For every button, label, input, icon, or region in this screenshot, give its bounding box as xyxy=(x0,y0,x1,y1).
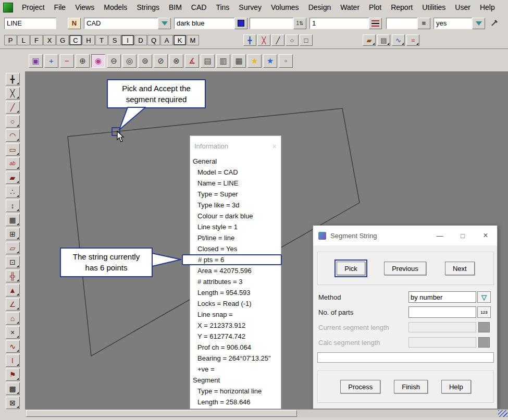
add-view-icon[interactable]: + xyxy=(44,54,58,68)
letter-button-a[interactable]: A xyxy=(160,35,173,45)
small-x-icon[interactable]: × xyxy=(6,326,20,339)
shaded-grid-icon[interactable]: ▩ xyxy=(6,382,20,395)
message-field[interactable] xyxy=(317,352,494,363)
letter-button-i[interactable]: I xyxy=(121,35,134,45)
squiggle-tool-icon[interactable]: ∿ xyxy=(392,34,405,46)
method-combo[interactable] xyxy=(408,291,476,303)
letter-button-h[interactable]: H xyxy=(82,35,95,45)
method-dropdown-button[interactable]: ▽ xyxy=(477,291,491,303)
colour-input[interactable] xyxy=(174,18,234,29)
house-icon[interactable]: ⌂ xyxy=(6,312,20,325)
menu-plot[interactable]: Plot xyxy=(364,3,386,11)
ibeam-icon[interactable]: I xyxy=(6,354,20,367)
letter-button-k[interactable]: K xyxy=(174,35,186,45)
line-snap-icon[interactable]: ╳ xyxy=(257,34,270,46)
add-box-icon[interactable]: ⊡ xyxy=(6,256,20,268)
move-4way-icon[interactable]: ╬ xyxy=(6,270,20,282)
letter-button-q[interactable]: Q xyxy=(147,35,160,45)
previous-button[interactable]: Previous xyxy=(384,262,426,275)
letter-button-l[interactable]: L xyxy=(17,35,30,45)
zoom-cancel-icon[interactable]: ⊗ xyxy=(169,54,183,68)
menu-tins[interactable]: Tins xyxy=(211,3,234,11)
grid-snap-icon[interactable]: □ xyxy=(300,34,313,46)
resize-grip-icon[interactable] xyxy=(498,410,507,417)
number-pad-button[interactable]: 123 xyxy=(477,306,491,318)
close-icon[interactable]: × xyxy=(272,142,277,151)
draw-line-icon[interactable]: ╱ xyxy=(6,101,20,114)
maximize-icon[interactable]: □ xyxy=(451,226,474,245)
grid-calc-icon[interactable]: ▦ xyxy=(232,54,246,68)
linestyle-input[interactable] xyxy=(309,18,369,29)
letter-button-t[interactable]: T xyxy=(95,35,108,45)
snap-star-icon[interactable]: ★ xyxy=(263,54,277,68)
letter-button-m[interactable]: M xyxy=(187,35,199,45)
letter-button-s[interactable]: S xyxy=(108,35,121,45)
brush-icon[interactable]: ▰ xyxy=(6,171,20,184)
minimize-icon[interactable]: — xyxy=(428,226,451,245)
menu-design[interactable]: Design xyxy=(304,3,336,11)
letter-button-g[interactable]: G xyxy=(56,35,69,45)
parts-input[interactable] xyxy=(408,306,476,318)
copy-view-icon[interactable]: ▥ xyxy=(216,54,230,68)
close-icon[interactable]: × xyxy=(474,226,497,245)
arc-snap-icon[interactable]: ○ xyxy=(286,34,299,46)
points-icon[interactable]: ∴ xyxy=(6,186,20,198)
menu-cad[interactable]: CAD xyxy=(187,3,212,11)
menu-water[interactable]: Water xyxy=(336,3,364,11)
menu-strings[interactable]: Strings xyxy=(132,3,164,11)
menu-bim[interactable]: BIM xyxy=(164,3,187,11)
finish-button[interactable]: Finish xyxy=(394,380,428,393)
segment-snap-icon[interactable]: ╱ xyxy=(271,34,284,46)
model-dropdown-button[interactable] xyxy=(158,18,171,29)
menu-survey[interactable]: Survey xyxy=(234,3,266,11)
eyedropper-icon[interactable] xyxy=(490,18,500,29)
pencil-tool-icon[interactable]: ▰ xyxy=(363,34,376,46)
field-b-input[interactable] xyxy=(386,18,417,29)
pan-move-icon[interactable]: ╋ xyxy=(6,73,20,85)
next-button[interactable]: Next xyxy=(445,262,475,275)
table-icon[interactable]: ▦ xyxy=(6,214,20,226)
angle-icon[interactable]: ∠ xyxy=(6,298,20,311)
raise-icon[interactable]: ▲ xyxy=(6,284,20,297)
grid-view-icon[interactable]: ⊞ xyxy=(6,228,20,240)
wave-tool-icon[interactable]: ≈ xyxy=(406,34,419,46)
menu-user[interactable]: User xyxy=(450,3,475,11)
zoom-in-icon[interactable]: ⊕ xyxy=(76,54,90,68)
scrollbar-thumb[interactable] xyxy=(26,410,297,417)
menu-models[interactable]: Models xyxy=(99,3,132,11)
small-window-icon[interactable]: ▫ xyxy=(279,54,293,68)
breakline-dropdown-button[interactable] xyxy=(472,18,485,29)
information-panel-titlebar[interactable]: Information × xyxy=(190,136,281,156)
zoom-previous-icon[interactable]: ⊚ xyxy=(138,54,152,68)
horizontal-scrollbar[interactable] xyxy=(25,409,508,417)
pick-button[interactable]: Pick xyxy=(337,262,365,275)
segment-pick-box[interactable] xyxy=(111,127,120,136)
field-a-input[interactable] xyxy=(250,18,293,29)
drawing-canvas[interactable]: Pick and Accept the segment required The… xyxy=(25,71,508,409)
menu-report[interactable]: Report xyxy=(386,3,417,11)
print-icon[interactable]: ▤ xyxy=(201,54,215,68)
name-toggle-button[interactable]: N xyxy=(68,18,81,29)
process-button[interactable]: Process xyxy=(340,380,380,393)
draw-arc-icon[interactable]: ◠ xyxy=(6,129,20,142)
zoom-out-icon[interactable]: ⊖ xyxy=(107,54,121,68)
zoom-percent-icon[interactable]: ⊘ xyxy=(154,54,168,68)
point-snap-icon[interactable]: ╋ xyxy=(243,34,256,46)
letter-button-f[interactable]: F xyxy=(30,35,43,45)
measure-icon[interactable]: ↕ xyxy=(6,200,20,212)
letter-button-c[interactable]: C xyxy=(69,35,82,45)
favourites-star-icon[interactable]: ★ xyxy=(247,54,262,68)
menu-project[interactable]: Project xyxy=(17,3,49,11)
draw-rectangle-icon[interactable]: ▭ xyxy=(6,143,20,156)
page-tool-icon[interactable]: ▤ xyxy=(377,34,390,46)
draw-circle-icon[interactable]: ○ xyxy=(6,115,20,128)
linestyle-picker-button[interactable] xyxy=(369,18,382,29)
cascade-windows-icon[interactable]: ▣ xyxy=(29,54,43,68)
string-name-input[interactable] xyxy=(4,18,56,29)
help-button[interactable]: Help xyxy=(441,380,471,393)
dialog-titlebar[interactable]: Segment String — □ × xyxy=(313,226,497,245)
breakline-input[interactable] xyxy=(433,18,472,29)
menu-views[interactable]: Views xyxy=(70,3,99,11)
sort-number-button[interactable]: 1⇅ xyxy=(293,18,306,29)
flag-icon[interactable]: ⚑ xyxy=(6,368,20,381)
